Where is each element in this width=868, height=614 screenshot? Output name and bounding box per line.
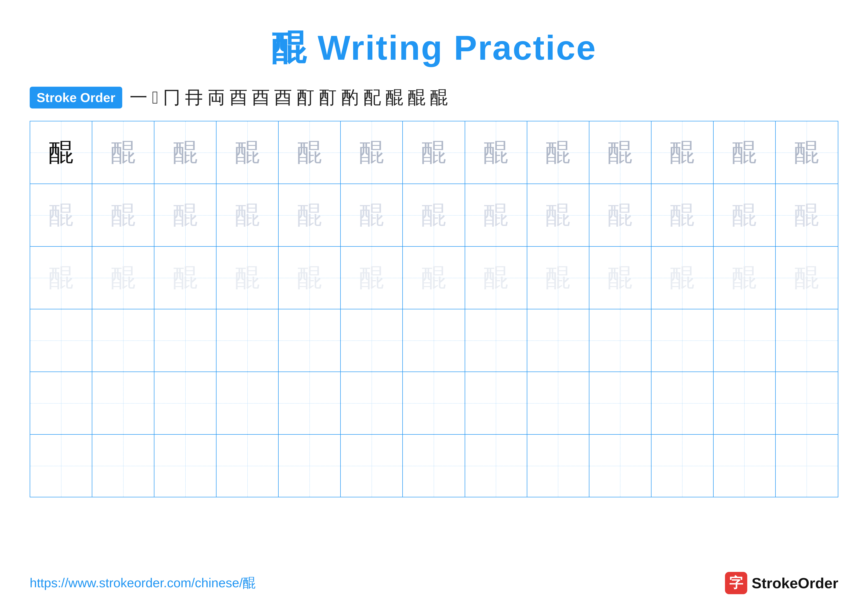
cell-char-2-12: 醌: [794, 266, 819, 290]
grid-cell-5-8[interactable]: [527, 435, 589, 497]
grid-cell-2-7[interactable]: 醌: [465, 247, 527, 309]
grid-cell-0-7[interactable]: 醌: [465, 121, 527, 183]
grid-cell-1-0[interactable]: 醌: [30, 184, 92, 246]
grid-cell-4-9[interactable]: [589, 372, 651, 434]
grid-cell-2-8[interactable]: 醌: [527, 247, 589, 309]
grid-cell-0-0[interactable]: 醌: [30, 121, 92, 183]
cell-char-0-8: 醌: [546, 140, 570, 165]
cell-char-2-1: 醌: [111, 266, 136, 290]
grid-cell-3-7[interactable]: [465, 309, 527, 372]
grid-cell-3-9[interactable]: [589, 309, 651, 372]
footer-url[interactable]: https://www.strokeorder.com/chinese/醌: [30, 574, 256, 592]
cell-char-2-3: 醌: [235, 266, 260, 290]
cell-char-1-11: 醌: [732, 203, 756, 228]
stroke-step-3: 冄: [185, 89, 203, 107]
cell-char-0-10: 醌: [670, 140, 694, 165]
grid-cell-1-6[interactable]: 醌: [403, 184, 465, 246]
grid-cell-2-6[interactable]: 醌: [403, 247, 465, 309]
cell-char-2-11: 醌: [732, 266, 756, 290]
grid-cell-3-0[interactable]: [30, 309, 92, 372]
grid-cell-3-2[interactable]: [154, 309, 217, 372]
grid-cell-5-12[interactable]: [776, 435, 838, 497]
grid-cell-4-2[interactable]: [154, 372, 217, 434]
grid-cell-5-10[interactable]: [651, 435, 714, 497]
grid-cell-0-9[interactable]: 醌: [589, 121, 651, 183]
grid-cell-5-0[interactable]: [30, 435, 92, 497]
cell-char-1-8: 醌: [546, 203, 570, 228]
grid-cell-1-8[interactable]: 醌: [527, 184, 589, 246]
stroke-step-5: 酉: [229, 89, 248, 107]
grid-cell-1-11[interactable]: 醌: [714, 184, 776, 246]
stroke-step-12: 醌: [386, 89, 403, 107]
grid-cell-0-5[interactable]: 醌: [341, 121, 403, 183]
grid-row-1: 醌醌醌醌醌醌醌醌醌醌醌醌醌: [30, 184, 838, 247]
grid-cell-1-4[interactable]: 醌: [279, 184, 341, 246]
grid-cell-2-12[interactable]: 醌: [776, 247, 838, 309]
grid-cell-0-4[interactable]: 醌: [279, 121, 341, 183]
grid-cell-4-10[interactable]: [651, 372, 714, 434]
grid-cell-3-10[interactable]: [651, 309, 714, 372]
grid-cell-0-12[interactable]: 醌: [776, 121, 838, 183]
grid-cell-4-7[interactable]: [465, 372, 527, 434]
grid-cell-0-8[interactable]: 醌: [527, 121, 589, 183]
grid-cell-5-11[interactable]: [714, 435, 776, 497]
grid-cell-3-3[interactable]: [217, 309, 279, 372]
grid-cell-3-1[interactable]: [92, 309, 154, 372]
grid-cell-4-5[interactable]: [341, 372, 403, 434]
grid-cell-3-8[interactable]: [527, 309, 589, 372]
grid-cell-1-5[interactable]: 醌: [341, 184, 403, 246]
grid-cell-4-8[interactable]: [527, 372, 589, 434]
grid-cell-5-4[interactable]: [279, 435, 341, 497]
grid-cell-2-9[interactable]: 醌: [589, 247, 651, 309]
grid-cell-1-10[interactable]: 醌: [651, 184, 714, 246]
grid-cell-5-3[interactable]: [217, 435, 279, 497]
grid-cell-0-1[interactable]: 醌: [92, 121, 154, 183]
grid-cell-5-1[interactable]: [92, 435, 154, 497]
grid-cell-4-1[interactable]: [92, 372, 154, 434]
cell-char-0-4: 醌: [297, 140, 322, 165]
stroke-step-9: 酊: [319, 89, 336, 107]
grid-cell-5-5[interactable]: [341, 435, 403, 497]
grid-cell-1-12[interactable]: 醌: [776, 184, 838, 246]
grid-cell-2-5[interactable]: 醌: [341, 247, 403, 309]
grid-cell-4-11[interactable]: [714, 372, 776, 434]
grid-cell-4-6[interactable]: [403, 372, 465, 434]
grid-cell-1-2[interactable]: 醌: [154, 184, 217, 246]
grid-cell-0-2[interactable]: 醌: [154, 121, 217, 183]
stroke-step-11: 配: [363, 89, 381, 107]
grid-cell-4-0[interactable]: [30, 372, 92, 434]
cell-char-0-3: 醌: [235, 140, 260, 165]
grid-cell-3-4[interactable]: [279, 309, 341, 372]
grid-cell-2-10[interactable]: 醌: [651, 247, 714, 309]
grid-row-2: 醌醌醌醌醌醌醌醌醌醌醌醌醌: [30, 247, 838, 309]
grid-cell-4-3[interactable]: [217, 372, 279, 434]
cell-char-0-11: 醌: [732, 140, 756, 165]
cell-char-2-9: 醌: [608, 266, 632, 290]
grid-cell-5-7[interactable]: [465, 435, 527, 497]
grid-cell-0-11[interactable]: 醌: [714, 121, 776, 183]
stroke-step-0: 一: [130, 89, 147, 107]
grid-cell-3-6[interactable]: [403, 309, 465, 372]
grid-cell-2-3[interactable]: 醌: [217, 247, 279, 309]
grid-cell-3-12[interactable]: [776, 309, 838, 372]
grid-cell-2-0[interactable]: 醌: [30, 247, 92, 309]
grid-cell-4-4[interactable]: [279, 372, 341, 434]
grid-cell-4-12[interactable]: [776, 372, 838, 434]
grid-cell-5-9[interactable]: [589, 435, 651, 497]
grid-cell-3-5[interactable]: [341, 309, 403, 372]
grid-cell-3-11[interactable]: [714, 309, 776, 372]
grid-cell-1-3[interactable]: 醌: [217, 184, 279, 246]
grid-cell-1-7[interactable]: 醌: [465, 184, 527, 246]
grid-cell-1-1[interactable]: 醌: [92, 184, 154, 246]
grid-cell-5-2[interactable]: [154, 435, 217, 497]
grid-cell-0-3[interactable]: 醌: [217, 121, 279, 183]
grid-cell-2-1[interactable]: 醌: [92, 247, 154, 309]
grid-cell-2-11[interactable]: 醌: [714, 247, 776, 309]
grid-cell-0-6[interactable]: 醌: [403, 121, 465, 183]
grid-cell-5-6[interactable]: [403, 435, 465, 497]
grid-cell-2-2[interactable]: 醌: [154, 247, 217, 309]
grid-cell-0-10[interactable]: 醌: [651, 121, 714, 183]
grid-cell-2-4[interactable]: 醌: [279, 247, 341, 309]
grid-row-3: [30, 309, 838, 372]
grid-cell-1-9[interactable]: 醌: [589, 184, 651, 246]
